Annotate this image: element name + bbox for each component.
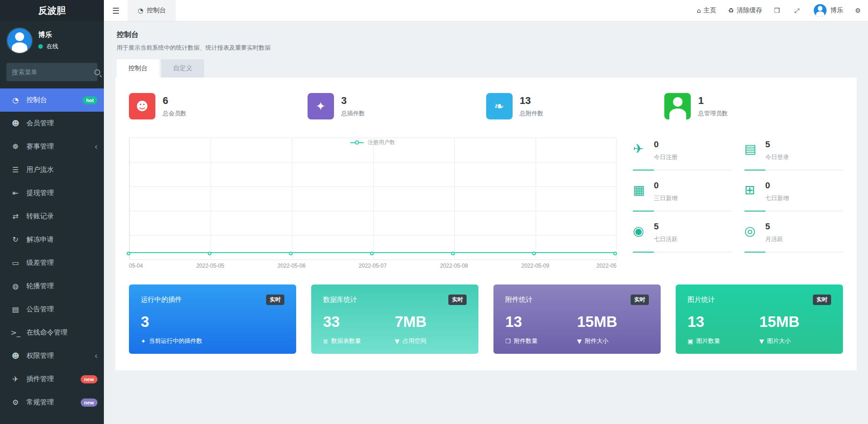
user-panel: 博乐 在线 — [0, 21, 104, 59]
realtime-badge: 实时 — [631, 295, 649, 305]
sidebar-item-7[interactable]: ↻解冻申请 — [0, 228, 104, 251]
data-point-marker[interactable] — [613, 252, 617, 255]
data-point-marker[interactable] — [289, 252, 293, 255]
data-point-marker[interactable] — [208, 252, 211, 255]
card-metric: 13❒附件数量 — [505, 313, 577, 345]
search-input[interactable] — [12, 68, 94, 76]
fullscreen-button[interactable]: ⤢ — [794, 7, 802, 15]
tab-dashboard[interactable]: 控制台 — [117, 59, 159, 78]
cogs-icon: ⚙ — [10, 398, 21, 407]
card-metric-label: ▼附件大小 — [577, 337, 649, 345]
card-metric: 3✦当前运行中的插件数 — [141, 313, 284, 345]
sidebar-item-9[interactable]: ◍轮播管理 — [0, 274, 104, 298]
sidebar-item-label: 转账记录 — [26, 212, 54, 221]
sidebar-item-4[interactable]: ☰用户流水 — [0, 158, 104, 181]
mini-stat: ◎5月活跃 — [745, 220, 843, 253]
nav-tab-dashboard[interactable]: ◔ 控制台 — [128, 0, 176, 21]
mini-stat-label: 七日活跃 — [654, 235, 678, 243]
idcard-icon: ▤ — [745, 140, 765, 161]
carousel-icon: ◍ — [10, 282, 21, 290]
data-point-marker[interactable] — [532, 252, 536, 255]
page-title: 控制台 — [117, 30, 855, 40]
mini-stat-value: 5 — [765, 140, 789, 150]
sidebar-item-8[interactable]: ▭级差管理 — [0, 251, 104, 274]
user-circle-icon: ◉ — [633, 222, 654, 243]
transfer-icon: ⇄ — [10, 212, 21, 221]
card-metric-label: ▼图片大小 — [760, 337, 832, 345]
user-status: 在线 — [46, 42, 58, 51]
sidebar-item-label: 在线命令管理 — [26, 328, 67, 337]
sidebar-item-2[interactable]: ☻会员管理 — [0, 112, 104, 135]
mini-stats-grid: ✈0今日注册▤5今日登录▦0三日新增⊞0七日新增◉5七日活跃◎5月活跃 — [633, 138, 843, 273]
sidebar-item-12[interactable]: ☻权限管理‹ — [0, 344, 104, 367]
search-icon[interactable] — [94, 69, 100, 75]
legend-label: 注册用户数 — [368, 139, 395, 146]
realtime-card: 运行中的插件实时3✦当前运行中的插件数 — [129, 284, 296, 354]
mini-stat-label: 月活跃 — [765, 235, 783, 243]
line-chart: 注册用户数 05-042022-05-052022-05-062022-05-0… — [129, 138, 616, 273]
data-point-marker[interactable] — [451, 252, 455, 255]
notice-icon: ▤ — [10, 305, 21, 314]
mini-stat: ✈0今日注册 — [633, 138, 732, 171]
card-metric: 15MB▼图片大小 — [760, 313, 832, 345]
gear-icon: ⚙ — [855, 7, 861, 14]
user-avatar[interactable] — [7, 28, 32, 53]
sidebar-toggle-icon[interactable]: ☰ — [104, 6, 128, 16]
sidebar-item-label: 会员管理 — [26, 119, 54, 128]
settings-button[interactable]: ⚙ — [855, 7, 863, 14]
card-metric-value: 15MB — [760, 313, 832, 331]
chart-x-axis: 05-042022-05-052022-05-062022-05-072022-… — [129, 263, 616, 273]
unfreeze-icon: ↻ — [10, 235, 21, 244]
clear-cache-button[interactable]: ♻ 清除缓存 — [728, 6, 762, 15]
sidebar-item-11[interactable]: >_在线命令管理 — [0, 321, 104, 344]
docs-button[interactable]: ❒ — [774, 7, 783, 14]
sidebar-item-13[interactable]: ✈插件管理new — [0, 367, 104, 391]
withdraw-icon: ⇤ — [10, 189, 21, 197]
mini-stat: ⊞0七日新增 — [745, 179, 843, 212]
data-point-marker[interactable] — [127, 252, 130, 255]
page-subtitle: 用于展示当前系统中的统计数据、统计报表及重要实时数据 — [117, 44, 855, 52]
x-tick-label: 2022-05 — [596, 263, 616, 269]
magic-icon: ✦ — [141, 338, 146, 345]
stat-label: 总插件数 — [341, 109, 365, 118]
card-metric-label: ▼占用空间 — [395, 337, 467, 345]
rocket-icon: ✈ — [633, 140, 654, 161]
realtime-badge: 实时 — [448, 295, 467, 305]
chart-legend[interactable]: 注册用户数 — [129, 139, 616, 146]
card-header: 图片统计实时 — [688, 295, 831, 305]
sidebar-item-1[interactable]: ◔控制台hot — [0, 88, 104, 112]
page-heading: 控制台 用于展示当前系统中的统计数据、统计报表及重要实时数据 控制台自定义 — [104, 21, 868, 78]
sidebar-item-10[interactable]: ▤公告管理 — [0, 298, 104, 321]
sidebar-item-6[interactable]: ⇄转账记录 — [0, 205, 104, 228]
card-header: 附件统计实时 — [505, 295, 649, 305]
realtime-badge: 实时 — [813, 295, 831, 305]
sidebar-item-label: 公告管理 — [26, 305, 54, 314]
chevron-left-icon: ‹ — [95, 351, 98, 361]
card-header: 运行中的插件实时 — [141, 295, 284, 305]
card-header: 数据库统计实时 — [323, 295, 467, 305]
content: 控制台 用于展示当前系统中的统计数据、统计报表及重要实时数据 控制台自定义 ☻6… — [104, 21, 868, 424]
mini-stat-label: 三日新增 — [654, 194, 678, 202]
stat-item: 1总管理员数 — [664, 93, 843, 119]
stat-value: 6 — [163, 95, 186, 107]
menu-badge: new — [81, 375, 98, 383]
sidebar-item-label: 权限管理 — [26, 352, 54, 360]
card-metric-label: ❒附件数量 — [505, 337, 577, 345]
card-metric-value: 33 — [323, 313, 395, 331]
sidebar-item-3[interactable]: ☸赛事管理‹ — [0, 135, 104, 158]
user-menu[interactable]: 博乐 — [814, 4, 843, 17]
tab-custom[interactable]: 自定义 — [161, 59, 204, 78]
card-metric-value: 7MB — [395, 313, 467, 331]
sidebar-item-14[interactable]: ⚙常规管理new — [0, 391, 104, 414]
sidebar-item-label: 级差管理 — [26, 259, 54, 267]
chart-plot-area: 注册用户数 — [129, 138, 616, 260]
home-button[interactable]: ⌂ 主页 — [697, 6, 716, 15]
card-metric-label: ≣数据表数量 — [323, 337, 395, 345]
calendar-plus-icon: ⊞ — [745, 181, 765, 202]
users-icon: ☻ — [129, 93, 155, 119]
data-point-marker[interactable] — [370, 252, 374, 255]
sidebar-item-5[interactable]: ⇤提现管理 — [0, 181, 104, 205]
dashboard-icon: ◔ — [138, 7, 143, 14]
dashboard-icon: ◔ — [10, 96, 21, 104]
chevron-left-icon: ‹ — [95, 142, 98, 151]
